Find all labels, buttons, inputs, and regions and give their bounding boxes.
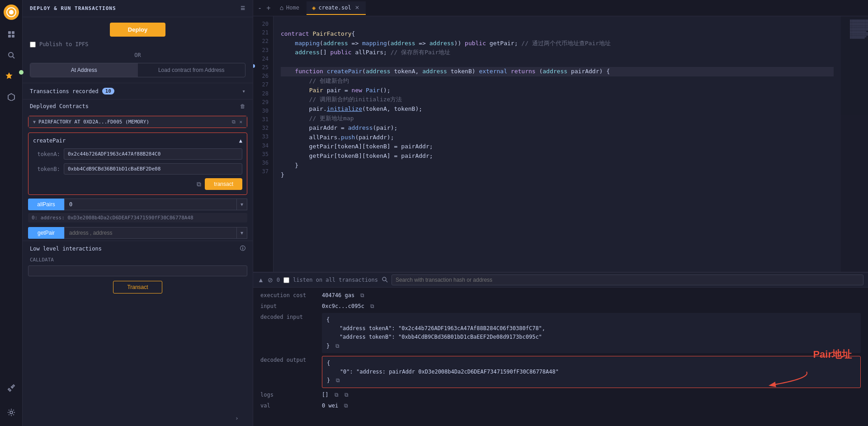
load-contract-tab[interactable]: Load contract from Address <box>138 63 245 77</box>
all-pairs-row: allPairs 0 ▾ <box>28 199 247 210</box>
code-line-33: getPair[tokenA][tokenB] = pairAddr; <box>281 142 834 151</box>
publish-row: Publish to IPFS <box>30 41 245 47</box>
all-pairs-button[interactable]: allPairs <box>28 199 64 210</box>
logs-row: logs [] ⧉ ⧉ <box>260 391 861 399</box>
execution-cost-row: execution cost 404746 gas ⧉ <box>260 291 861 299</box>
publish-ipfs-label: Publish to IPFS <box>39 41 88 47</box>
listen-checkbox[interactable] <box>283 277 289 283</box>
logs-copy1[interactable]: ⧉ <box>335 392 339 398</box>
decoded-input-content: { "address tokenA": "0x2c44b726ADF1963cA… <box>322 313 861 353</box>
input-copy[interactable]: ⧉ <box>370 303 374 309</box>
input-value-terminal: 0xc9c...c095c ⧉ <box>322 302 861 310</box>
val-copy[interactable]: ⧉ <box>344 402 348 409</box>
nav-plugin-icon[interactable] <box>5 90 18 103</box>
code-line-32: allPairs.push(pairAddr); <box>281 133 834 142</box>
deploy-panel: DEPLOY & RUN TRANSACTIONS ☰ Deploy Publi… <box>23 0 253 426</box>
create-pair-title: createPair ▲ <box>33 137 242 144</box>
app-icon <box>4 5 19 20</box>
get-pair-input[interactable] <box>64 227 237 239</box>
input-label-terminal: input <box>260 302 315 310</box>
copy-abi-button[interactable]: ⧉ <box>197 180 201 188</box>
deploy-button[interactable]: Deploy <box>110 23 165 37</box>
nav-files-icon[interactable] <box>5 28 18 41</box>
svg-point-1 <box>9 10 14 14</box>
decoded-input-copy[interactable]: ⧉ <box>335 343 340 349</box>
nav-deploy-icon[interactable] <box>3 70 15 82</box>
decoded-input-label: decoded input <box>260 313 315 353</box>
low-level-info-icon: ⓘ <box>240 245 245 252</box>
decoded-output-label: decoded output <box>260 356 315 388</box>
terminal-expand-btn[interactable]: ▲ <box>258 276 264 284</box>
or-divider: OR <box>30 52 245 58</box>
deployed-contracts-trash-icon[interactable]: 🗑 <box>240 103 245 109</box>
home-tab-icon: ⌂ <box>280 4 283 11</box>
listen-label: listen on all transactions <box>293 277 378 283</box>
zoom-out-button[interactable]: - <box>257 3 263 13</box>
code-line-31: pairAddr = address(pair); <box>281 123 834 133</box>
transact-button[interactable]: transact <box>205 178 242 190</box>
execution-cost-label: execution cost <box>260 291 315 299</box>
panel-menu-icon[interactable]: ☰ <box>241 5 245 11</box>
contract-copy-icon[interactable]: ⧉ <box>232 119 236 125</box>
code-line-28: // 调用新合约的initialize方法 <box>281 95 834 104</box>
code-line-25: function createPair(address tokenA, addr… <box>281 67 834 76</box>
transactions-expand-icon: ▾ <box>242 88 245 95</box>
code-line-26: // 创建新合约 <box>281 76 834 86</box>
transactions-label: Transactions recorded <box>30 88 99 95</box>
nav-settings-icon[interactable] <box>5 406 18 419</box>
nav-search-icon[interactable] <box>5 49 18 62</box>
get-pair-button[interactable]: getPair <box>28 227 64 239</box>
svg-point-10 <box>10 411 13 414</box>
svg-rect-2 <box>8 31 11 34</box>
terminal-search-btn[interactable] <box>382 276 388 284</box>
code-editor: 20 21 22 23 24 25 26 27 28 29 30 31 32 3… <box>253 16 868 272</box>
all-pairs-chevron[interactable]: ▾ <box>237 199 247 210</box>
editor-top: - + ⌂ Home ◈ create.sol ✕ 20 21 22 23 24 <box>253 0 868 272</box>
panel-header-icons: ☰ <box>241 5 245 11</box>
low-level-section: Low level interactions ⓘ <box>23 241 253 256</box>
terminal-content: execution cost 404746 gas ⧉ input 0xc9c.… <box>253 288 868 426</box>
token-b-input[interactable] <box>64 163 242 175</box>
transact-bottom-button[interactable]: Transact <box>113 281 162 293</box>
decoded-output-line1: { <box>327 359 856 368</box>
svg-line-12 <box>386 280 387 282</box>
nav-tools-icon[interactable] <box>5 382 18 394</box>
file-tab[interactable]: ◈ create.sol ✕ <box>307 1 366 15</box>
calldata-input[interactable] <box>28 265 247 276</box>
create-pair-box: createPair ▲ tokenA: tokenB: ⧉ transact <box>28 133 247 195</box>
terminal-search-input[interactable] <box>392 275 863 285</box>
code-line-29: pair.initialize(tokenA, tokenB); <box>281 104 834 114</box>
home-tab[interactable]: ⌂ Home <box>274 1 305 15</box>
code-line-27: Pair pair = new Pair(); <box>281 86 834 95</box>
at-address-tab[interactable]: At Address <box>30 63 138 77</box>
execution-cost-copy[interactable]: ⧉ <box>360 292 364 298</box>
svg-rect-3 <box>12 31 14 34</box>
decoded-input-line3: "address tokenB": "0xbb4CdB9CBd36B01bD1c… <box>326 333 856 341</box>
contract-close-icon[interactable]: ✕ <box>239 119 242 125</box>
create-pair-collapse-icon[interactable]: ▲ <box>239 137 242 144</box>
logs-copy2[interactable]: ⧉ <box>344 392 349 398</box>
terminal-clear-btn[interactable]: ⊘ <box>268 276 273 284</box>
token-a-input[interactable] <box>64 148 242 160</box>
code-line-21: contract PairFactory{ <box>281 29 834 39</box>
code-line-35: } <box>281 161 834 170</box>
transactions-section[interactable]: Transactions recorded 10 ▾ <box>23 83 253 99</box>
decoded-output-copy[interactable]: ⧉ <box>336 377 340 383</box>
get-pair-chevron[interactable]: ▾ <box>237 227 247 239</box>
deploy-panel-title: DEPLOY & RUN TRANSACTIONS <box>30 5 116 11</box>
token-b-label: tokenB: <box>33 166 60 172</box>
terminal-toolbar: ▲ ⊘ 0 listen on all transactions <box>253 273 868 288</box>
terminal-panel: ▲ ⊘ 0 listen on all transactions executi… <box>253 272 868 426</box>
token-b-row: tokenB: <box>33 163 242 175</box>
deployed-contracts-section: Deployed Contracts 🗑 <box>23 99 253 113</box>
contract-item: ▼ PAIRFACTORY AT 0XD2A...FD005 (MEMORY) … <box>28 116 247 128</box>
zoom-in-button[interactable]: + <box>264 3 272 13</box>
address-tab-group: At Address Load contract from Address <box>30 63 245 77</box>
publish-ipfs-checkbox[interactable] <box>30 42 36 47</box>
decoded-output-row: decoded output { "0": "address: pairAddr… <box>260 356 861 388</box>
file-tab-label: create.sol <box>318 5 351 11</box>
code-content[interactable]: contract PairFactory{ mapping(address =>… <box>274 16 841 272</box>
home-tab-label: Home <box>286 5 299 11</box>
file-tab-close[interactable]: ✕ <box>354 5 360 11</box>
token-a-label: tokenA: <box>33 151 60 157</box>
